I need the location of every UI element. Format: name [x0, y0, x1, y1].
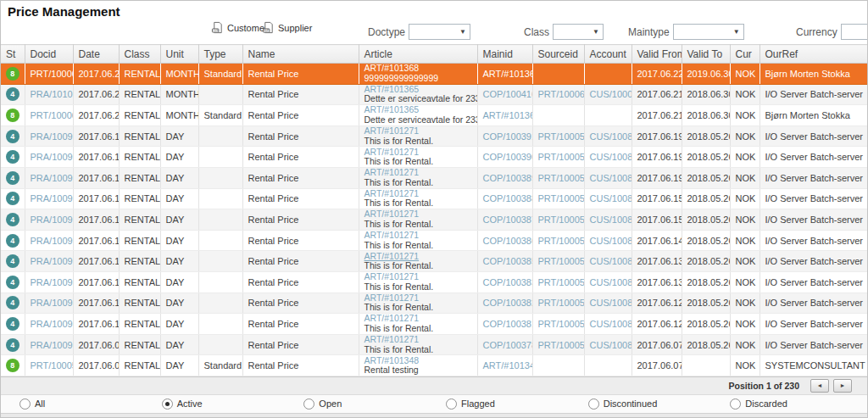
cell-docid[interactable]: PRA/100986 — [25, 314, 73, 335]
cell-docid[interactable]: PRA/100992 — [25, 209, 73, 231]
column-header-account[interactable]: Account — [584, 45, 632, 64]
cell-account[interactable] — [584, 105, 632, 126]
supplier-button[interactable]: SUP Supplier — [262, 21, 312, 34]
cell-sourceid[interactable] — [532, 355, 584, 376]
column-header-ourref[interactable]: OurRef — [760, 45, 867, 64]
article-id-link[interactable]: ART/#101271 — [364, 231, 475, 241]
currency-select[interactable]: ▼ — [841, 24, 868, 40]
cell-sourceid[interactable] — [532, 105, 584, 126]
cell-mainid[interactable]: COP/100389 — [477, 167, 532, 188]
cell-mainid[interactable]: COP/100382 — [477, 293, 532, 314]
cell-docid[interactable]: PRT/100061 — [25, 105, 73, 126]
table-row[interactable]: 8PRT/1000622017.06.22RENTALMONTHStandard… — [1, 64, 867, 85]
cell-mainid[interactable]: COP/100386 — [477, 230, 532, 251]
cell-docid[interactable]: PRA/100994 — [25, 167, 73, 188]
cell-account[interactable]: CUS/100808 — [584, 251, 632, 272]
cell-mainid[interactable]: COP/100385 — [477, 251, 532, 272]
cell-account[interactable] — [584, 64, 632, 85]
cell-account[interactable]: CUS/100004 — [584, 84, 632, 105]
radio-button-icon[interactable] — [588, 398, 599, 410]
radio-button-icon[interactable] — [446, 398, 457, 410]
cell-mainid[interactable]: COP/100390 — [477, 147, 532, 168]
table-row[interactable]: 8PRT/1000612017.06.21RENTALMONTHStandard… — [1, 105, 867, 126]
column-header-type[interactable]: Type — [198, 45, 242, 64]
column-header-mainid[interactable]: Mainid — [477, 45, 532, 64]
table-row[interactable]: 4PRA/1009952017.06.19RENTALDAYRental Pri… — [1, 147, 867, 168]
cell-sourceid[interactable]: PRT/100056 — [532, 209, 584, 231]
cell-account[interactable]: CUS/100808 — [584, 209, 632, 231]
table-row[interactable]: 4PRA/1009922017.06.15RENTALDAYRental Pri… — [1, 209, 867, 231]
maintype-select[interactable]: ▼ — [673, 24, 744, 40]
customer-button[interactable]: CUS Customer — [211, 21, 268, 34]
cell-docid[interactable]: PRA/100988 — [25, 271, 73, 293]
cell-account[interactable]: CUS/100808 — [584, 147, 632, 168]
table-row[interactable]: 4PRA/1009962017.06.19RENTALDAYRental Pri… — [1, 125, 867, 147]
column-header-st[interactable]: St — [1, 45, 25, 64]
cell-mainid[interactable]: COP/100383 — [477, 271, 532, 293]
radio-button-icon[interactable] — [162, 398, 173, 410]
radio-button-icon[interactable] — [730, 398, 741, 410]
cell-account[interactable]: CUS/100808 — [584, 230, 632, 251]
status-radio-all[interactable]: All — [1, 398, 157, 410]
cell-mainid[interactable]: COP/100381 — [477, 314, 532, 335]
cell-account[interactable] — [584, 355, 632, 376]
table-row[interactable]: 4PRA/1009862017.06.12RENTALDAYRental Pri… — [1, 314, 867, 335]
article-id-link[interactable]: ART/#101271 — [364, 126, 475, 137]
cell-sourceid[interactable]: PRT/100056 — [532, 293, 584, 314]
cell-docid[interactable]: PRA/100995 — [25, 147, 73, 168]
cell-account[interactable]: CUS/100818 — [584, 167, 632, 188]
column-header-valid-to[interactable]: Valid To — [682, 45, 730, 64]
cell-docid[interactable]: PRA/100981 — [25, 334, 73, 355]
cell-sourceid[interactable]: PRT/100056 — [532, 251, 584, 272]
cell-sourceid[interactable]: PRT/100056 — [532, 314, 584, 335]
status-radio-discarded[interactable]: Discarded — [725, 398, 867, 410]
cell-account[interactable]: CUS/100808 — [584, 125, 632, 147]
cell-sourceid[interactable]: PRT/100056 — [532, 334, 584, 355]
next-page-button[interactable]: ► — [833, 379, 852, 393]
column-header-article[interactable]: Article — [359, 45, 477, 64]
cell-sourceid[interactable]: PRT/100056 — [532, 125, 584, 147]
cell-mainid[interactable]: COP/100391 — [477, 125, 532, 147]
status-radio-open[interactable]: Open — [298, 398, 441, 410]
column-header-docid[interactable]: Docid — [25, 45, 73, 64]
cell-docid[interactable]: PRT/100062 — [25, 64, 73, 85]
cell-mainid[interactable]: COP/100378 — [477, 334, 532, 355]
table-row[interactable]: 4PRA/1009872017.06.12RENTALDAYRental Pri… — [1, 293, 867, 314]
class-select[interactable]: ▼ — [553, 24, 604, 40]
column-header-sourceid[interactable]: Sourceid — [532, 45, 584, 64]
cell-mainid[interactable]: COP/100388 — [477, 188, 532, 209]
column-header-unit[interactable]: Unit — [160, 45, 198, 64]
cell-sourceid[interactable]: PRT/100056 — [532, 188, 584, 209]
column-header-name[interactable]: Name — [242, 45, 359, 64]
table-row[interactable]: 4PRA/1009942017.06.19RENTALDAYRental Pri… — [1, 167, 867, 188]
status-radio-flagged[interactable]: Flagged — [441, 398, 583, 410]
column-header-date[interactable]: Date — [73, 45, 119, 64]
column-header-valid-from[interactable]: Valid From — [632, 45, 682, 64]
cell-mainid[interactable]: ART/#101348 — [477, 355, 532, 376]
column-header-cur[interactable]: Cur — [730, 45, 760, 64]
cell-docid[interactable]: PRA/100996 — [25, 125, 73, 147]
cell-mainid[interactable]: ART/#101365 — [477, 105, 532, 126]
table-row[interactable]: 4PRA/1009902017.06.13RENTALDAYRental Pri… — [1, 251, 867, 272]
table-row[interactable]: 4PRA/1009932017.06.15RENTALDAYRental Pri… — [1, 188, 867, 209]
table-row[interactable]: 4PRA/1009882017.06.13RENTALDAYRental Pri… — [1, 271, 867, 293]
table-row[interactable]: 4PRA/1010212017.06.21RENTALMONTHRental P… — [1, 84, 867, 105]
previous-page-button[interactable]: ◄ — [810, 379, 829, 393]
column-header-class[interactable]: Class — [119, 45, 160, 64]
cell-account[interactable]: CUS/100818 — [584, 314, 632, 335]
cell-sourceid[interactable]: PRT/100061 — [532, 84, 584, 105]
cell-sourceid[interactable]: PRT/100056 — [532, 147, 584, 168]
cell-account[interactable]: CUS/100818 — [584, 188, 632, 209]
cell-account[interactable]: CUS/100818 — [584, 334, 632, 355]
cell-sourceid[interactable]: PRT/100056 — [532, 230, 584, 251]
cell-sourceid[interactable] — [532, 64, 584, 85]
cell-docid[interactable]: PRA/100987 — [25, 293, 73, 314]
doctype-select[interactable]: ▼ — [409, 24, 470, 40]
status-radio-active[interactable]: Active — [157, 398, 299, 410]
table-row[interactable]: 8PRT/1000592017.06.07RENTALDAYStandardRe… — [1, 355, 867, 376]
cell-mainid[interactable]: ART/#101368 — [477, 64, 532, 85]
article-id-link[interactable]: ART/#101271 — [364, 335, 475, 345]
cell-docid[interactable]: PRA/101021 — [25, 84, 73, 105]
radio-button-icon[interactable] — [303, 398, 314, 410]
cell-mainid[interactable]: COP/100416 — [477, 84, 532, 105]
